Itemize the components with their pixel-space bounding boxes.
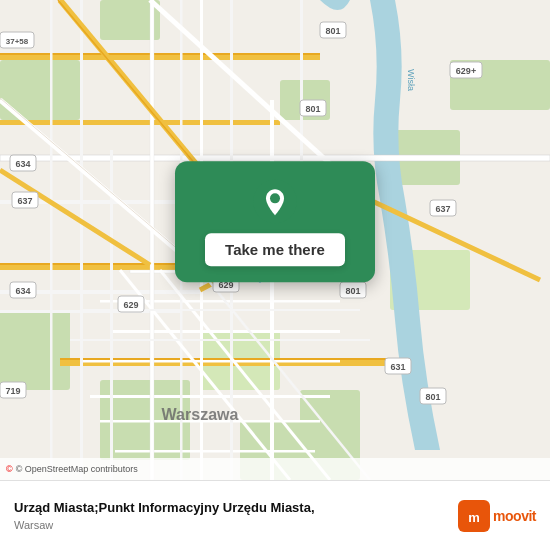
- moovit-icon: m: [458, 500, 490, 532]
- svg-text:37+58: 37+58: [6, 37, 29, 46]
- svg-rect-38: [50, 0, 53, 480]
- svg-rect-37: [80, 0, 83, 480]
- map-view: 801 801 634 634 637 637 629 629 629+ 801…: [0, 0, 550, 480]
- moovit-logo: m moovit: [458, 500, 536, 532]
- svg-text:801: 801: [325, 26, 340, 36]
- svg-text:801: 801: [345, 286, 360, 296]
- place-title: Urząd Miasta;Punkt Informacyjny Urzędu M…: [14, 500, 458, 517]
- svg-text:629+: 629+: [456, 66, 476, 76]
- svg-rect-29: [115, 450, 315, 453]
- svg-text:629: 629: [123, 300, 138, 310]
- svg-rect-36: [110, 150, 113, 480]
- svg-rect-30: [150, 0, 154, 480]
- svg-text:801: 801: [305, 104, 320, 114]
- svg-text:Wisła: Wisła: [406, 69, 416, 91]
- place-subtitle: Warsaw: [14, 519, 458, 531]
- svg-text:637: 637: [17, 196, 32, 206]
- info-content: Urząd Miasta;Punkt Informacyjny Urzędu M…: [14, 500, 458, 531]
- copyright-bar: © © OpenStreetMap contributors: [0, 458, 550, 480]
- svg-rect-13: [0, 53, 320, 55]
- svg-text:Warszawa: Warszawa: [162, 406, 239, 423]
- location-popup: Take me there: [175, 161, 375, 282]
- svg-text:m: m: [468, 510, 480, 525]
- svg-rect-8: [0, 310, 70, 390]
- svg-rect-16: [0, 120, 280, 125]
- svg-rect-12: [0, 55, 320, 60]
- svg-text:634: 634: [15, 286, 30, 296]
- svg-rect-26: [80, 360, 340, 363]
- info-bar: Urząd Miasta;Punkt Informacyjny Urzędu M…: [0, 480, 550, 550]
- svg-text:801: 801: [425, 392, 440, 402]
- svg-text:634: 634: [15, 159, 30, 169]
- svg-rect-25: [110, 330, 340, 333]
- pin-icon: [253, 179, 297, 223]
- svg-text:637: 637: [435, 204, 450, 214]
- copyright-text: © OpenStreetMap contributors: [16, 464, 138, 474]
- moovit-text: moovit: [493, 508, 536, 524]
- svg-text:631: 631: [390, 362, 405, 372]
- osm-logo: ©: [6, 464, 13, 474]
- svg-rect-27: [90, 395, 330, 398]
- svg-text:719: 719: [5, 386, 20, 396]
- svg-point-83: [270, 193, 280, 203]
- take-me-there-button[interactable]: Take me there: [205, 233, 345, 266]
- svg-rect-33: [270, 100, 274, 480]
